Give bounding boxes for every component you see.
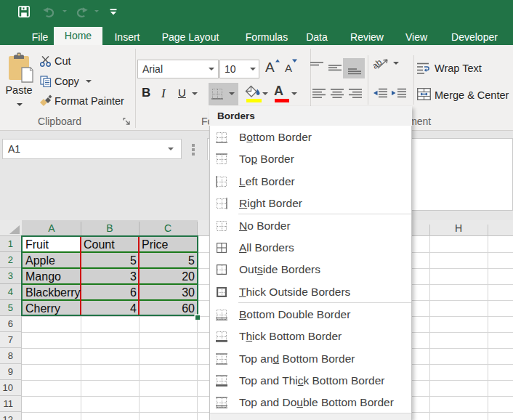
svg-text:A: A bbox=[265, 60, 275, 74]
svg-text:A: A bbox=[285, 62, 292, 74]
